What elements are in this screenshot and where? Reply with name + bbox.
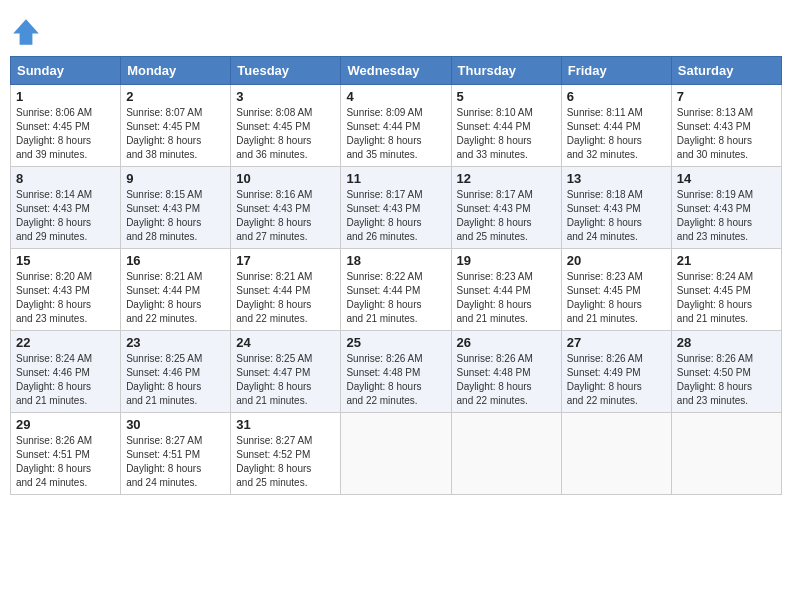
day-info: Sunrise: 8:19 AM Sunset: 4:43 PM Dayligh…	[677, 188, 776, 244]
calendar-cell: 14Sunrise: 8:19 AM Sunset: 4:43 PM Dayli…	[671, 167, 781, 249]
header-saturday: Saturday	[671, 57, 781, 85]
calendar-header: SundayMondayTuesdayWednesdayThursdayFrid…	[11, 57, 782, 85]
day-number: 18	[346, 253, 445, 268]
day-number: 12	[457, 171, 556, 186]
day-info: Sunrise: 8:24 AM Sunset: 4:45 PM Dayligh…	[677, 270, 776, 326]
calendar-cell: 24Sunrise: 8:25 AM Sunset: 4:47 PM Dayli…	[231, 331, 341, 413]
calendar-cell: 23Sunrise: 8:25 AM Sunset: 4:46 PM Dayli…	[121, 331, 231, 413]
day-number: 13	[567, 171, 666, 186]
day-number: 24	[236, 335, 335, 350]
calendar-cell: 19Sunrise: 8:23 AM Sunset: 4:44 PM Dayli…	[451, 249, 561, 331]
day-number: 6	[567, 89, 666, 104]
day-number: 20	[567, 253, 666, 268]
header-sunday: Sunday	[11, 57, 121, 85]
calendar-cell	[561, 413, 671, 495]
header	[10, 10, 782, 48]
week-row-1: 1Sunrise: 8:06 AM Sunset: 4:45 PM Daylig…	[11, 85, 782, 167]
day-info: Sunrise: 8:08 AM Sunset: 4:45 PM Dayligh…	[236, 106, 335, 162]
calendar-cell: 28Sunrise: 8:26 AM Sunset: 4:50 PM Dayli…	[671, 331, 781, 413]
day-number: 17	[236, 253, 335, 268]
day-info: Sunrise: 8:26 AM Sunset: 4:48 PM Dayligh…	[346, 352, 445, 408]
calendar-cell: 16Sunrise: 8:21 AM Sunset: 4:44 PM Dayli…	[121, 249, 231, 331]
day-number: 23	[126, 335, 225, 350]
calendar-cell: 9Sunrise: 8:15 AM Sunset: 4:43 PM Daylig…	[121, 167, 231, 249]
day-info: Sunrise: 8:21 AM Sunset: 4:44 PM Dayligh…	[126, 270, 225, 326]
calendar-cell: 3Sunrise: 8:08 AM Sunset: 4:45 PM Daylig…	[231, 85, 341, 167]
calendar-cell: 20Sunrise: 8:23 AM Sunset: 4:45 PM Dayli…	[561, 249, 671, 331]
calendar-cell	[341, 413, 451, 495]
header-wednesday: Wednesday	[341, 57, 451, 85]
calendar-cell: 4Sunrise: 8:09 AM Sunset: 4:44 PM Daylig…	[341, 85, 451, 167]
day-info: Sunrise: 8:27 AM Sunset: 4:51 PM Dayligh…	[126, 434, 225, 490]
day-info: Sunrise: 8:18 AM Sunset: 4:43 PM Dayligh…	[567, 188, 666, 244]
day-info: Sunrise: 8:13 AM Sunset: 4:43 PM Dayligh…	[677, 106, 776, 162]
logo-icon	[10, 16, 42, 48]
day-info: Sunrise: 8:09 AM Sunset: 4:44 PM Dayligh…	[346, 106, 445, 162]
day-number: 8	[16, 171, 115, 186]
day-number: 2	[126, 89, 225, 104]
calendar-cell: 17Sunrise: 8:21 AM Sunset: 4:44 PM Dayli…	[231, 249, 341, 331]
day-info: Sunrise: 8:25 AM Sunset: 4:46 PM Dayligh…	[126, 352, 225, 408]
day-info: Sunrise: 8:14 AM Sunset: 4:43 PM Dayligh…	[16, 188, 115, 244]
calendar-cell: 30Sunrise: 8:27 AM Sunset: 4:51 PM Dayli…	[121, 413, 231, 495]
day-number: 29	[16, 417, 115, 432]
day-number: 14	[677, 171, 776, 186]
day-number: 27	[567, 335, 666, 350]
day-number: 11	[346, 171, 445, 186]
day-number: 25	[346, 335, 445, 350]
day-info: Sunrise: 8:10 AM Sunset: 4:44 PM Dayligh…	[457, 106, 556, 162]
calendar-cell: 1Sunrise: 8:06 AM Sunset: 4:45 PM Daylig…	[11, 85, 121, 167]
calendar-cell: 11Sunrise: 8:17 AM Sunset: 4:43 PM Dayli…	[341, 167, 451, 249]
day-number: 22	[16, 335, 115, 350]
day-number: 4	[346, 89, 445, 104]
calendar-table: SundayMondayTuesdayWednesdayThursdayFrid…	[10, 56, 782, 495]
day-info: Sunrise: 8:23 AM Sunset: 4:45 PM Dayligh…	[567, 270, 666, 326]
day-number: 5	[457, 89, 556, 104]
day-info: Sunrise: 8:26 AM Sunset: 4:49 PM Dayligh…	[567, 352, 666, 408]
day-number: 9	[126, 171, 225, 186]
calendar-cell: 31Sunrise: 8:27 AM Sunset: 4:52 PM Dayli…	[231, 413, 341, 495]
calendar-cell: 25Sunrise: 8:26 AM Sunset: 4:48 PM Dayli…	[341, 331, 451, 413]
header-monday: Monday	[121, 57, 231, 85]
day-info: Sunrise: 8:11 AM Sunset: 4:44 PM Dayligh…	[567, 106, 666, 162]
day-info: Sunrise: 8:25 AM Sunset: 4:47 PM Dayligh…	[236, 352, 335, 408]
day-info: Sunrise: 8:24 AM Sunset: 4:46 PM Dayligh…	[16, 352, 115, 408]
header-friday: Friday	[561, 57, 671, 85]
day-info: Sunrise: 8:21 AM Sunset: 4:44 PM Dayligh…	[236, 270, 335, 326]
header-tuesday: Tuesday	[231, 57, 341, 85]
header-row: SundayMondayTuesdayWednesdayThursdayFrid…	[11, 57, 782, 85]
day-number: 10	[236, 171, 335, 186]
svg-marker-0	[13, 19, 39, 45]
day-number: 7	[677, 89, 776, 104]
header-thursday: Thursday	[451, 57, 561, 85]
day-number: 31	[236, 417, 335, 432]
calendar-cell: 7Sunrise: 8:13 AM Sunset: 4:43 PM Daylig…	[671, 85, 781, 167]
day-number: 26	[457, 335, 556, 350]
day-number: 1	[16, 89, 115, 104]
day-number: 21	[677, 253, 776, 268]
day-info: Sunrise: 8:06 AM Sunset: 4:45 PM Dayligh…	[16, 106, 115, 162]
calendar-cell: 13Sunrise: 8:18 AM Sunset: 4:43 PM Dayli…	[561, 167, 671, 249]
calendar-cell	[671, 413, 781, 495]
day-info: Sunrise: 8:23 AM Sunset: 4:44 PM Dayligh…	[457, 270, 556, 326]
week-row-4: 22Sunrise: 8:24 AM Sunset: 4:46 PM Dayli…	[11, 331, 782, 413]
day-info: Sunrise: 8:17 AM Sunset: 4:43 PM Dayligh…	[346, 188, 445, 244]
day-number: 16	[126, 253, 225, 268]
day-info: Sunrise: 8:15 AM Sunset: 4:43 PM Dayligh…	[126, 188, 225, 244]
calendar-cell: 2Sunrise: 8:07 AM Sunset: 4:45 PM Daylig…	[121, 85, 231, 167]
week-row-5: 29Sunrise: 8:26 AM Sunset: 4:51 PM Dayli…	[11, 413, 782, 495]
day-number: 28	[677, 335, 776, 350]
calendar-cell	[451, 413, 561, 495]
day-info: Sunrise: 8:26 AM Sunset: 4:50 PM Dayligh…	[677, 352, 776, 408]
week-row-3: 15Sunrise: 8:20 AM Sunset: 4:43 PM Dayli…	[11, 249, 782, 331]
day-info: Sunrise: 8:27 AM Sunset: 4:52 PM Dayligh…	[236, 434, 335, 490]
calendar-body: 1Sunrise: 8:06 AM Sunset: 4:45 PM Daylig…	[11, 85, 782, 495]
calendar-cell: 29Sunrise: 8:26 AM Sunset: 4:51 PM Dayli…	[11, 413, 121, 495]
day-info: Sunrise: 8:07 AM Sunset: 4:45 PM Dayligh…	[126, 106, 225, 162]
day-info: Sunrise: 8:20 AM Sunset: 4:43 PM Dayligh…	[16, 270, 115, 326]
calendar-cell: 27Sunrise: 8:26 AM Sunset: 4:49 PM Dayli…	[561, 331, 671, 413]
day-number: 15	[16, 253, 115, 268]
day-number: 30	[126, 417, 225, 432]
calendar-cell: 10Sunrise: 8:16 AM Sunset: 4:43 PM Dayli…	[231, 167, 341, 249]
calendar-cell: 21Sunrise: 8:24 AM Sunset: 4:45 PM Dayli…	[671, 249, 781, 331]
